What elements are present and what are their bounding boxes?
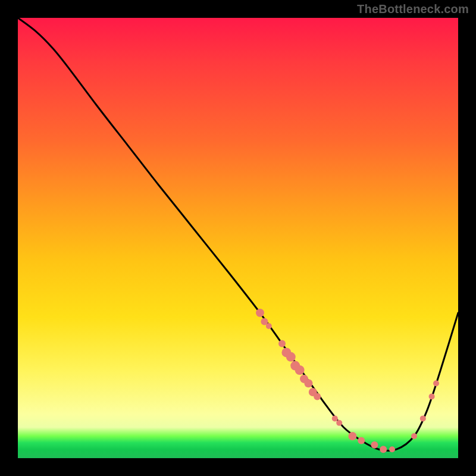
curve-marker (380, 446, 387, 453)
chart-stage: TheBottleneck.com (0, 0, 476, 476)
bottleneck-curve (18, 18, 458, 451)
curve-layer (18, 18, 458, 458)
curve-marker (256, 309, 264, 317)
curve-marker (295, 365, 305, 375)
curve-marker (358, 437, 365, 444)
curve-marker (314, 393, 321, 400)
curve-marker (420, 415, 426, 421)
watermark-text: TheBottleneck.com (357, 2, 469, 16)
curve-marker (429, 393, 435, 399)
curve-marker (304, 379, 312, 387)
plot-area (18, 18, 458, 458)
curve-marker (336, 420, 342, 426)
curve-marker (411, 433, 417, 439)
curve-marker (348, 432, 356, 440)
curve-marker (286, 352, 296, 362)
curve-marker (433, 380, 439, 386)
curve-marker (371, 441, 378, 449)
curve-marker (278, 340, 286, 347)
curve-marker (389, 446, 395, 452)
curve-marker (332, 415, 338, 421)
curve-marker (266, 323, 272, 329)
